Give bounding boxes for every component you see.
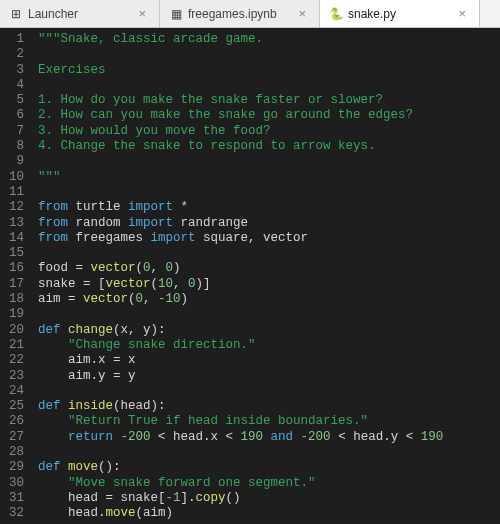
token-punct: , — [151, 261, 166, 275]
token-def: vector — [91, 261, 136, 275]
token-str: 1. How do you make the snake faster or s… — [38, 93, 383, 107]
token-num: 190 — [421, 430, 444, 444]
code-line[interactable]: aim = vector(0, -10) — [38, 292, 492, 307]
token-def: move — [68, 460, 98, 474]
token-num: 190 — [241, 430, 264, 444]
token-punct: ( — [128, 292, 136, 306]
line-number: 11 — [2, 185, 24, 200]
code-line[interactable]: def inside(head): — [38, 399, 492, 414]
code-line[interactable]: head.move(aim) — [38, 506, 492, 521]
token-ident: randrange — [181, 216, 249, 230]
token-ident: head. — [38, 506, 106, 520]
tab-snake-py[interactable]: 🐍snake.py× — [320, 0, 480, 27]
code-line[interactable]: return -200 < head.x < 190 and -200 < he… — [38, 430, 492, 445]
line-number: 32 — [2, 506, 24, 521]
code-line[interactable]: aim.y = y — [38, 369, 492, 384]
token-ident: square, vector — [203, 231, 308, 245]
line-number: 2 — [2, 47, 24, 62]
token-ident: freegames — [76, 231, 151, 245]
line-number: 23 — [2, 369, 24, 384]
token-punct: ( — [136, 261, 144, 275]
code-line[interactable] — [38, 246, 492, 261]
code-line[interactable]: snake = [vector(10, 0)] — [38, 277, 492, 292]
token-punct: , — [143, 292, 158, 306]
close-icon[interactable]: × — [135, 6, 149, 21]
line-number: 17 — [2, 277, 24, 292]
code-line[interactable]: "Change snake direction." — [38, 338, 492, 353]
code-line[interactable] — [38, 307, 492, 322]
code-line[interactable] — [38, 445, 492, 460]
line-number: 9 — [2, 154, 24, 169]
code-line[interactable]: 2. How can you make the snake go around … — [38, 108, 492, 123]
token-def: vector — [106, 277, 151, 291]
code-line[interactable]: 1. How do you make the snake faster or s… — [38, 93, 492, 108]
line-number: 5 — [2, 93, 24, 108]
line-number: 20 — [2, 323, 24, 338]
token-punct: ) — [173, 261, 181, 275]
token-ident — [263, 430, 271, 444]
code-line[interactable] — [38, 154, 492, 169]
token-key: from — [38, 200, 76, 214]
token-punct: ) — [181, 292, 189, 306]
code-line[interactable] — [38, 384, 492, 399]
code-line[interactable]: """Snake, classic arcade game. — [38, 32, 492, 47]
code-line[interactable]: from freegames import square, vector — [38, 231, 492, 246]
code-line[interactable]: def change(x, y): — [38, 323, 492, 338]
line-number: 8 — [2, 139, 24, 154]
line-number: 10 — [2, 170, 24, 185]
code-line[interactable]: from random import randrange — [38, 216, 492, 231]
token-ident: snake = [ — [38, 277, 106, 291]
token-punct: (): — [98, 460, 121, 474]
token-def: move — [106, 506, 136, 520]
tab-label: Launcher — [28, 7, 78, 21]
token-ident: random — [76, 216, 129, 230]
token-key: import — [128, 200, 181, 214]
token-ident: head = snake[ — [38, 491, 166, 505]
line-number: 24 — [2, 384, 24, 399]
line-number: 28 — [2, 445, 24, 460]
code-area[interactable]: """Snake, classic arcade game. Exercises… — [30, 28, 500, 524]
code-line[interactable]: def move(): — [38, 460, 492, 475]
token-str: """Snake, classic arcade game. — [38, 32, 263, 46]
token-num: 10 — [158, 277, 173, 291]
line-number: 26 — [2, 414, 24, 429]
token-key: def — [38, 323, 68, 337]
line-number: 19 — [2, 307, 24, 322]
token-ident — [38, 414, 68, 428]
code-line[interactable] — [38, 185, 492, 200]
code-line[interactable]: food = vector(0, 0) — [38, 261, 492, 276]
code-line[interactable]: head = snake[-1].copy() — [38, 491, 492, 506]
line-number: 7 — [2, 124, 24, 139]
code-line[interactable] — [38, 78, 492, 93]
code-line[interactable] — [38, 47, 492, 62]
token-num: 0 — [143, 261, 151, 275]
code-line[interactable]: aim.x = x — [38, 353, 492, 368]
code-line[interactable]: 3. How would you move the food? — [38, 124, 492, 139]
launcher-icon: ⊞ — [10, 8, 22, 20]
tab-freegames-ipynb[interactable]: ▦freegames.ipynb× — [160, 0, 320, 27]
code-line[interactable]: from turtle import * — [38, 200, 492, 215]
tab-label: freegames.ipynb — [188, 7, 277, 21]
code-line[interactable]: Exercises — [38, 63, 492, 78]
token-num: 0 — [188, 277, 196, 291]
close-icon[interactable]: × — [455, 6, 469, 21]
line-number: 15 — [2, 246, 24, 261]
token-ident: food = — [38, 261, 91, 275]
code-editor[interactable]: 1234567891011121314151617181920212223242… — [0, 28, 500, 524]
line-number: 16 — [2, 261, 24, 276]
token-def: change — [68, 323, 113, 337]
close-icon[interactable]: × — [295, 6, 309, 21]
line-number: 4 — [2, 78, 24, 93]
code-line[interactable]: """ — [38, 170, 492, 185]
token-num: 0 — [136, 292, 144, 306]
token-str: 2. How can you make the snake go around … — [38, 108, 413, 122]
token-ident — [38, 476, 68, 490]
code-line[interactable]: "Return True if head inside boundaries." — [38, 414, 492, 429]
line-number: 6 — [2, 108, 24, 123]
token-ident: < head.x < — [151, 430, 241, 444]
token-punct: )] — [196, 277, 211, 291]
tab-launcher[interactable]: ⊞Launcher× — [0, 0, 160, 27]
code-line[interactable]: "Move snake forward one segment." — [38, 476, 492, 491]
code-line[interactable]: 4. Change the snake to respond to arrow … — [38, 139, 492, 154]
line-number: 21 — [2, 338, 24, 353]
